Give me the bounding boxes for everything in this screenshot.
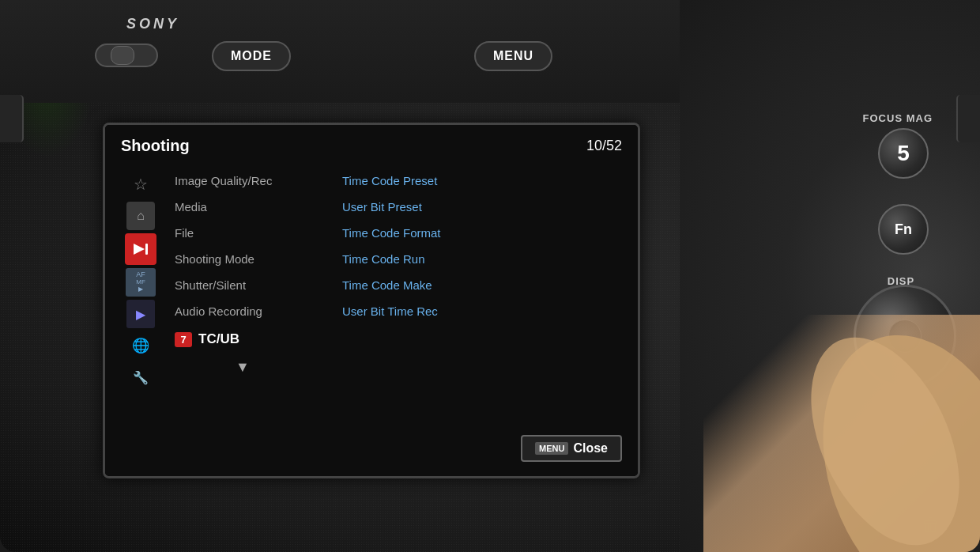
icon-tools[interactable]: 🔧 <box>126 363 155 391</box>
fn-button[interactable]: Fn <box>878 204 929 255</box>
menu-icons-sidebar: ☆ ⌂ AFMF ▶ ▶ 🌐 🔧 <box>121 168 160 453</box>
screen-title: Shooting <box>121 137 190 155</box>
focus-mag-number: 5 <box>897 141 910 166</box>
power-switch[interactable] <box>95 43 158 67</box>
menu-item-timecode-run[interactable]: Time Code Run <box>334 247 622 271</box>
strap-lug-right <box>956 95 980 142</box>
menu-item-shooting-mode[interactable]: Shooting Mode <box>167 247 318 271</box>
camera-body: SONY MODE MENU FOCUS MAG 5 Fn DISP 🗑 <box>0 0 980 552</box>
menu-item-tcub-active[interactable]: 7 TC/UB <box>167 325 318 354</box>
screen-header: Shooting 10/52 <box>121 137 622 159</box>
menu-item-image-quality[interactable]: Image Quality/Rec <box>167 168 318 193</box>
menu-item-timecode-make[interactable]: Time Code Make <box>334 273 622 297</box>
menu-layout: ☆ ⌂ AFMF ▶ ▶ 🌐 🔧 <box>121 168 622 453</box>
lcd-screen: Shooting 10/52 ☆ ⌂ AFM <box>103 123 640 478</box>
menu-item-file[interactable]: File <box>167 221 318 245</box>
icon-home[interactable]: ⌂ <box>126 202 155 230</box>
focus-mag-label: FOCUS MAG <box>863 112 933 124</box>
screen-content: Shooting 10/52 ☆ ⌂ AFM <box>105 125 638 476</box>
menu-item-media[interactable]: Media <box>167 195 318 219</box>
menu-item-shutter-silent[interactable]: Shutter/Silent <box>167 273 318 297</box>
close-button[interactable]: MENU Close <box>521 435 622 462</box>
icon-af[interactable]: AFMF ▶ <box>126 268 156 297</box>
icon-star[interactable]: ☆ <box>126 170 155 198</box>
menu-items-right: Time Code Preset User Bit Preset Time Co… <box>318 168 622 453</box>
menu-button[interactable]: MENU <box>474 41 552 71</box>
close-label: Close <box>573 441 608 456</box>
menu-items-left: Image Quality/Rec Media File Shooting Mo… <box>160 168 318 453</box>
icon-play[interactable]: ▶ <box>126 300 155 328</box>
icon-video[interactable] <box>125 233 156 265</box>
screen-page: 10/52 <box>586 138 622 154</box>
icon-globe[interactable]: 🌐 <box>126 331 155 360</box>
menu-item-userbit-preset[interactable]: User Bit Preset <box>334 195 622 219</box>
svg-marker-0 <box>134 244 145 255</box>
hand-overlay <box>703 315 980 552</box>
focus-mag-button[interactable]: 5 <box>878 128 929 179</box>
mode-button[interactable]: MODE <box>212 41 291 71</box>
menu-item-timecode-preset[interactable]: Time Code Preset <box>334 168 622 193</box>
menu-item-audio-recording[interactable]: Audio Recording <box>167 299 318 323</box>
svg-rect-1 <box>145 244 148 255</box>
close-button-container: MENU Close <box>521 435 622 462</box>
tcub-label: TC/UB <box>198 331 239 347</box>
menu-item-userbit-timerec[interactable]: User Bit Time Rec <box>334 299 622 323</box>
menu-item-timecode-format[interactable]: Time Code Format <box>334 221 622 245</box>
scroll-down-arrow[interactable]: ▼ <box>167 359 318 376</box>
fn-label: Fn <box>895 221 912 238</box>
menu-small-label: MENU <box>535 442 568 455</box>
tcub-badge: 7 <box>175 332 192 347</box>
sony-logo: SONY <box>126 16 179 32</box>
strap-lug-left <box>0 95 24 142</box>
